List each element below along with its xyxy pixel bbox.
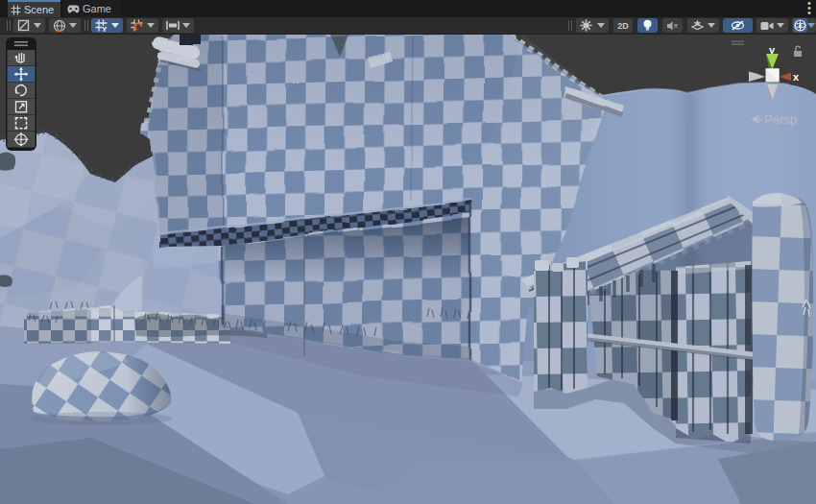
svg-text:Y: Y bbox=[102, 25, 108, 32]
svg-text:x: x bbox=[793, 71, 800, 83]
svg-text:Persp: Persp bbox=[764, 112, 797, 127]
